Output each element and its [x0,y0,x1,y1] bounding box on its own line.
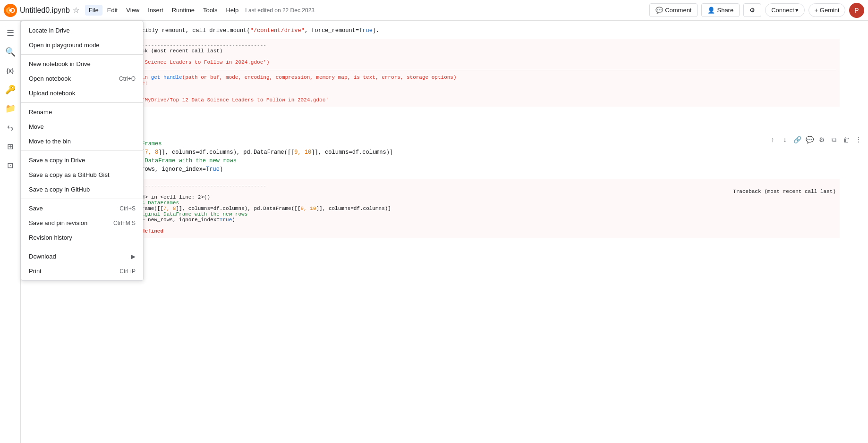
save-shortcut: Ctrl+S [119,205,136,212]
menu-print[interactable]: Print Ctrl+P [21,264,143,278]
cell-3-error-output: ----------------------------------------… [49,179,840,238]
menu-bar: File Edit View Insert Runtime Tools Help… [85,5,649,16]
gemini-label: + Gemini [815,7,839,14]
comment-icon: 💬 [655,7,663,14]
menu-locate-in-drive[interactable]: Locate in Drive [21,23,143,38]
notebook-title[interactable]: Untitled0.ipynb [20,6,70,15]
cell-1-error-output: ----------------------------------------… [49,39,840,107]
user-avatar[interactable]: P [849,3,864,18]
divider-1 [21,54,143,55]
error-ode-1: ode, [54,92,836,97]
revision-history-label: Revision history [29,234,72,241]
menu-open-playground[interactable]: Open in playground mode [21,38,143,52]
colab-logo[interactable]: C O [4,4,17,17]
sidebar-menu-icon[interactable]: ☰ [2,25,19,42]
open-notebook-shortcut: Ctrl+O [119,75,136,82]
cell-delete-button[interactable]: 🗑 [841,134,852,145]
sidebar-secrets-icon[interactable]: 🔑 [2,81,19,98]
error-separator-1: ----------------------------------------… [54,42,836,48]
cell-copy-button[interactable]: ⧉ [828,134,840,145]
menu-runtime[interactable]: Runtime [168,5,198,16]
settings-icon: ⚙ [749,7,755,14]
divider-4 [21,199,143,199]
menu-download[interactable]: Download ▶ [21,249,143,264]
sidebar-table-icon[interactable]: ⊞ [2,138,19,155]
last-edited: Last edited on 22 Dec 2023 [245,7,315,14]
error-line-4-3: 4 df = pd.concat([df] + new_rows, ignore… [54,217,836,223]
error-line-3-3: 3 # Concatenate the original DataFrame w… [54,211,836,217]
svg-text:O: O [10,7,15,14]
share-icon: 👤 [707,7,715,14]
cell-1-row: [ ] t/drive; to attempt to forcibly remo… [21,25,868,37]
error-frames-1: 6 frames [54,67,836,73]
error-traceback-label-1: Traceback (most recent call last) [54,48,836,54]
download-arrow-icon: ▶ [131,253,136,260]
error-name-error-row: NameError Traceback (most recent call la… [54,189,836,194]
user-initial: P [854,7,859,14]
sidebar-search-icon[interactable]: 🔍 [2,43,19,60]
menu-insert[interactable]: Insert [144,5,167,16]
open-playground-label: Open in playground mode [29,42,100,49]
error-not-supported-1: t supported: '/content/drive/MyDrive/Top… [54,97,836,103]
divider-3 [21,150,143,151]
menu-rename[interactable]: Rename [21,105,143,119]
sidebar-terminal-icon[interactable]: ⊡ [2,157,19,174]
cell-3-comment-1: # List of new rows as DataFrames [53,140,864,148]
menu-save-copy-github[interactable]: Save a copy in GitHub [21,182,143,197]
file-menu-dropdown: Locate in Drive Open in playground mode … [21,21,144,281]
cell-more-button[interactable]: ⋮ [853,134,864,145]
save-copy-drive-label: Save a copy in Drive [29,157,85,164]
comment-button[interactable]: 💬 Comment [649,3,698,17]
menu-save[interactable]: Save Ctrl+S [21,201,143,216]
error-file-ref-1: nt/drive/MyDrive/Top 12 Data Science Lea… [54,59,836,65]
move-to-bin-label: Move to the bin [29,138,71,145]
cell-3-content[interactable]: # List of new rows as DataFrames new_row… [49,138,868,176]
menu-save-copy-gist[interactable]: Save a copy as a GitHub Gist [21,167,143,182]
error-ipython-ref-3: <ipython-input-4-117eade6153d> in <cell … [54,194,836,200]
cell-1-content[interactable]: t/drive; to attempt to forcibly remount,… [49,25,868,37]
save-copy-gist-label: Save a copy as a GitHub Gist [29,171,110,178]
menu-view[interactable]: View [122,5,143,16]
star-icon[interactable]: ☆ [73,6,79,15]
menu-upload-notebook[interactable]: Upload notebook [21,86,143,100]
connect-label: Connect [771,7,794,14]
menu-open-notebook[interactable]: Open notebook Ctrl+O [21,71,143,86]
menu-save-copy-drive[interactable]: Save a copy in Drive [21,153,143,167]
menu-move[interactable]: Move [21,119,143,134]
cell-2: [ ] import pandas as pd [21,112,868,132]
gemini-button[interactable]: + Gemini [808,3,845,17]
share-label: Share [717,7,733,14]
rename-label: Rename [29,109,52,116]
cell-3-line-4: df = pd.concat([df] + new_rows, ignore_i… [53,165,864,174]
connect-button[interactable]: Connect ▾ [765,3,804,17]
cell-link-button[interactable]: 🔗 [791,134,803,145]
error-package-1: ackages/pandas/io/common.py in get_handl… [54,75,836,80]
error-line-1-3: 1 # List of new rows as DataFrames [54,200,836,206]
menu-new-notebook[interactable]: New notebook in Drive [21,57,143,71]
sidebar-files-icon[interactable]: 📁 [2,100,19,117]
menu-edit[interactable]: Edit [103,5,121,16]
menu-move-to-bin[interactable]: Move to the bin [21,134,143,149]
download-label: Download [29,253,56,260]
menu-help[interactable]: Help [222,5,242,16]
divider-2 [21,102,143,103]
menu-save-pin[interactable]: Save and pin revision Ctrl+M S [21,216,143,230]
menu-tools[interactable]: Tools [199,5,221,16]
cell-3-line-2: new_rows = [pd.DataFrame([[7, 8]], colum… [53,148,864,157]
save-label: Save [29,205,43,212]
menu-revision-history[interactable]: Revision history [21,230,143,245]
settings-button[interactable]: ⚙ [743,3,761,17]
cell-move-down-button[interactable]: ↓ [779,134,791,145]
cell-settings-button[interactable]: ⚙ [816,134,827,145]
share-button[interactable]: 👤 Share [701,3,740,17]
sidebar-code-snippets-icon[interactable]: ⇆ [2,119,19,136]
menu-file[interactable]: File [85,5,102,16]
sidebar: ☰ 🔍 {x} 🔑 📁 ⇆ ⊞ ⊡ [0,21,21,443]
sidebar-variables-icon[interactable]: {x} [2,62,19,79]
cell-comment-button[interactable]: 💬 [804,134,815,145]
error-traceback-label-3: Traceback (most recent call last) [733,189,836,194]
notebook-content: [ ] t/drive; to attempt to forcibly remo… [21,21,868,443]
cell-2-content[interactable]: import pandas as pd [49,118,868,130]
topbar-right: 💬 Comment 👤 Share ⚙ Connect ▾ + Gemini P [649,3,864,18]
cell-move-up-button[interactable]: ↑ [767,134,778,145]
